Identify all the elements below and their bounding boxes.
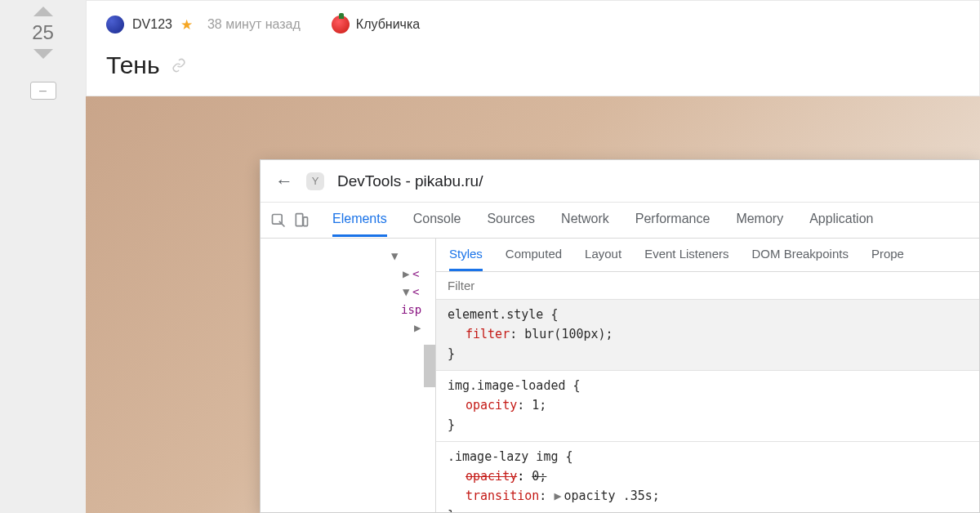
css-rule[interactable]: img.image-loaded {opacity: 1;} [436,371,979,442]
dom-tree-pane[interactable]: ▼▶<▼<isp▶ [261,239,436,512]
vote-count: 25 [32,21,54,44]
svg-rect-1 [296,213,302,225]
devtools-title: DevTools - pikabu.ru/ [337,172,483,190]
inspect-icon[interactable] [270,212,287,229]
post-card: DV123 ★ 38 минут назад Клубничка Тень [86,0,980,96]
tab-elements[interactable]: Elements [332,203,387,237]
tab-sources[interactable]: Sources [487,203,535,237]
dom-line[interactable]: ▼ [269,247,435,265]
strawberry-icon [332,16,350,33]
dom-line[interactable]: ▶ [269,319,435,337]
post-title-row: Тень [106,51,960,79]
tab-performance[interactable]: Performance [635,203,710,237]
tag-label: Клубничка [356,17,420,32]
tag-group[interactable]: Клубничка [332,16,420,33]
devtools-header: ← Y DevTools - pikabu.ru/ [261,160,979,203]
dom-line[interactable]: ▶< [269,265,435,283]
browser-logo-icon: Y [306,172,324,190]
tab-network[interactable]: Network [561,203,609,237]
css-rule[interactable]: element.style {filter: blur(100px);} [436,300,979,371]
scrollbar-thumb[interactable] [424,345,435,387]
collapse-button[interactable]: – [30,82,56,100]
devtools-tabrow: ElementsConsoleSourcesNetworkPerformance… [261,203,979,239]
styles-tab-styles[interactable]: Styles [449,239,483,271]
back-icon[interactable]: ← [275,171,293,192]
dom-line[interactable]: ▼< [269,283,435,301]
styles-tab-event-listeners[interactable]: Event Listeners [644,239,728,271]
css-rule[interactable]: .image-lazy img {opacity: 0;transition: … [436,442,979,512]
link-icon[interactable] [172,58,186,73]
dom-line[interactable]: isp [269,301,435,319]
timestamp: 38 минут назад [207,17,301,32]
post-title[interactable]: Тень [106,51,160,79]
upvote-icon[interactable] [33,7,53,16]
styles-tab-layout[interactable]: Layout [585,239,621,271]
tab-console[interactable]: Console [413,203,461,237]
tab-application[interactable]: Application [809,203,873,237]
tab-memory[interactable]: Memory [736,203,783,237]
styles-tab-dom-breakpoints[interactable]: DOM Breakpoints [752,239,849,271]
styles-pane: StylesComputedLayoutEvent ListenersDOM B… [436,239,979,512]
styles-filter-row [436,272,979,300]
post-header: DV123 ★ 38 минут назад Клубничка [106,16,960,33]
avatar[interactable] [106,16,124,33]
styles-filter-input[interactable] [436,272,979,299]
username[interactable]: DV123 [132,17,172,32]
svg-rect-2 [304,216,308,225]
styles-tab-prope[interactable]: Prope [871,239,904,271]
vote-column: 25 – [0,0,86,513]
star-icon: ★ [180,16,193,33]
devtools-window: ← Y DevTools - pikabu.ru/ ElementsConsol… [260,159,980,513]
styles-tab-computed[interactable]: Computed [506,239,562,271]
downvote-icon[interactable] [33,49,53,59]
device-toggle-icon[interactable] [293,212,310,229]
